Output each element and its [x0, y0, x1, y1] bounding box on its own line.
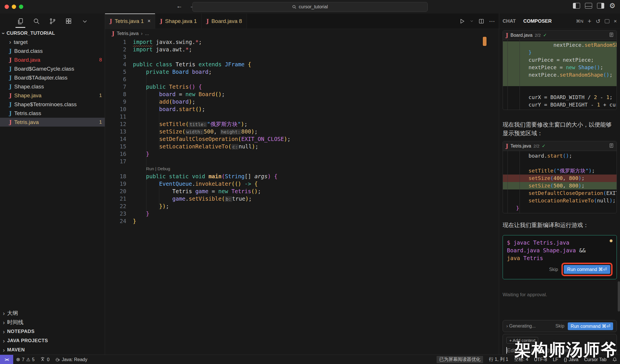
- editor-code-line[interactable]: 22 });: [105, 202, 499, 210]
- editor-code-line[interactable]: 9 add(board);: [105, 98, 499, 105]
- editor-code-line[interactable]: 14 setDefaultCloseOperation(EXIT_ON_CLOS…: [105, 135, 499, 143]
- code-token: ;: [609, 72, 613, 78]
- editor-code-line[interactable]: 12 setTitle(title:"俄罗斯方块");: [105, 120, 499, 128]
- scrollbar-thumb[interactable]: [618, 281, 620, 311]
- split-editor-icon[interactable]: [478, 18, 485, 24]
- toggle-secondary-sidebar-icon[interactable]: [597, 3, 604, 9]
- tree-item[interactable]: JBoard.class: [0, 47, 105, 55]
- editor-code-line[interactable]: 18 public static void main(String[] args…: [105, 173, 499, 180]
- editor-code-line[interactable]: 24}: [105, 217, 499, 225]
- gear-icon[interactable]: ⚙: [609, 3, 615, 8]
- search-icon[interactable]: [32, 17, 40, 25]
- minimize-window-button[interactable]: [12, 5, 16, 9]
- tree-item[interactable]: JShape$Tetrominoes.class: [0, 100, 105, 109]
- screen-reader-status[interactable]: 已为屏幕阅读器优化: [434, 355, 486, 364]
- extensions-icon[interactable]: [65, 17, 73, 25]
- chevron-down-icon[interactable]: [81, 17, 89, 25]
- diff-context-line: }: [503, 204, 617, 212]
- tree-item[interactable]: JShape.java1: [0, 91, 105, 100]
- add-context-button[interactable]: + Add context: [506, 337, 538, 344]
- editor-code-line[interactable]: 6: [105, 75, 499, 83]
- line-number: 17: [105, 158, 126, 165]
- tab-chat[interactable]: CHAT: [503, 18, 516, 24]
- run-command-button[interactable]: Run command ⌘⏎: [568, 322, 613, 330]
- encoding-status[interactable]: UTF-8: [531, 355, 550, 364]
- editor-code-line[interactable]: 16 }: [105, 150, 499, 158]
- sidebar-section-java-projects[interactable]: ›JAVA PROJECTS: [0, 336, 105, 345]
- editor-tab-tetris-java[interactable]: JTetris.java 1×: [105, 13, 155, 29]
- sidebar-section-notepads[interactable]: ›NOTEPADS: [0, 327, 105, 336]
- run-command-button[interactable]: Run command ⌘⏎: [564, 265, 610, 274]
- tree-item[interactable]: JShape.class: [0, 82, 105, 91]
- code-token: ;: [609, 94, 613, 100]
- editor-code-line[interactable]: 5 private Board board;: [105, 68, 499, 75]
- tree-item[interactable]: JBoard$GameCycle.class: [0, 64, 105, 73]
- editor-code-line[interactable]: 4public class Tetris extends JFrame {: [105, 61, 499, 68]
- remote-indicator[interactable]: ><: [0, 355, 13, 364]
- tree-item[interactable]: JBoard$TAdapter.class: [0, 73, 105, 82]
- breadcrumb[interactable]: J Tetris.java › ...: [112, 29, 149, 38]
- sidebar-section-pane[interactable]: ›大纲: [0, 309, 105, 318]
- indentation-status[interactable]: 空格: 4: [511, 355, 531, 364]
- editor-code-line[interactable]: 19 EventQueue.invokeLater(() -> {: [105, 180, 499, 187]
- cursor-position-status[interactable]: 行 1, 列 1: [486, 355, 511, 364]
- editor-tab-shape-java[interactable]: JShape.java 1: [155, 13, 202, 29]
- editor-tab-board-java[interactable]: JBoard.java 8: [202, 13, 247, 29]
- eol-status[interactable]: LF: [550, 355, 561, 364]
- cursor-tab-status[interactable]: Cursor Tab: [581, 355, 609, 364]
- run-file-icon[interactable]: [459, 18, 465, 24]
- tree-item[interactable]: JBoard.java8: [0, 55, 105, 64]
- plus-icon[interactable]: +: [588, 18, 591, 25]
- skip-button[interactable]: Skip: [555, 324, 564, 329]
- diff-card-board[interactable]: J Board.java 2/2 ✓ nextPiece.setRandomSh…: [503, 30, 617, 110]
- explorer-files-icon[interactable]: [16, 17, 24, 25]
- close-icon[interactable]: ×: [614, 18, 617, 24]
- tree-item[interactable]: JTetris.class: [0, 109, 105, 118]
- editor-code-line[interactable]: 8 board = new Board();: [105, 90, 499, 98]
- open-file-icon[interactable]: [609, 143, 614, 149]
- editor-code-line[interactable]: 23 }: [105, 210, 499, 217]
- diff-card-tetris[interactable]: J Tetris.java 2/2 ✓ board.start(); setTi…: [503, 141, 617, 213]
- generating-label[interactable]: › Generating...: [506, 324, 552, 329]
- close-tab-icon[interactable]: ×: [148, 18, 151, 24]
- more-actions-icon[interactable]: ⋯: [489, 18, 495, 25]
- history-icon[interactable]: ↺: [596, 18, 600, 25]
- toggle-panel-icon[interactable]: [585, 3, 592, 9]
- problems-status[interactable]: ⊗ 7 ⚠︎ 5: [13, 355, 37, 364]
- editor-code-line[interactable]: 20 Tetris game = new Tetris();: [105, 187, 499, 195]
- editor-code-line[interactable]: 17: [105, 158, 499, 165]
- command-center-search[interactable]: cursor_tutorial: [192, 2, 428, 12]
- code-editor[interactable]: 1import javax.swing.*;2import java.awt.*…: [105, 38, 499, 355]
- tree-item[interactable]: ›target: [0, 38, 105, 47]
- run-dropdown-icon[interactable]: [470, 19, 474, 23]
- editor-code-line[interactable]: 15 setLocationRelativeTo(c:null);: [105, 143, 499, 150]
- back-arrow-icon[interactable]: ←: [175, 3, 184, 9]
- new-chat-hotkey[interactable]: ⌘N: [576, 19, 583, 24]
- notifications-bell-icon[interactable]: [609, 355, 620, 364]
- java-status[interactable]: Java: Ready: [52, 355, 90, 364]
- ports-status[interactable]: 0: [37, 355, 52, 364]
- open-file-icon[interactable]: [609, 32, 614, 38]
- tree-item[interactable]: JTetris.java1: [0, 118, 105, 127]
- skip-button[interactable]: Skip: [549, 267, 558, 272]
- editor-code-line[interactable]: 11: [105, 113, 499, 120]
- editor-code-line[interactable]: 1import javax.swing.*;: [105, 38, 499, 46]
- editor-code-line[interactable]: 13 setSize(width:500, height:800);: [105, 128, 499, 135]
- editor-code-line[interactable]: 7 public Tetris() {: [105, 83, 499, 90]
- sidebar-section-pane[interactable]: ›时间线: [0, 318, 105, 327]
- editor-code-line[interactable]: 10 board.start();: [105, 105, 499, 113]
- codelens-run-debug[interactable]: Run | Debug: [105, 165, 170, 173]
- tree-root[interactable]: › CURSOR_TUTORIAL: [0, 29, 105, 38]
- close-window-button[interactable]: [5, 5, 9, 9]
- maximize-window-button[interactable]: [19, 5, 23, 9]
- tab-composer[interactable]: COMPOSER: [523, 18, 552, 24]
- editor-code-line[interactable]: 21 game.setVisible(b:true);: [105, 195, 499, 202]
- language-status[interactable]: {}Java: [561, 355, 581, 364]
- codelens-row[interactable]: Run | Debug: [105, 165, 499, 173]
- source-control-icon[interactable]: [49, 17, 57, 25]
- editor-code-line[interactable]: 2import java.awt.*;: [105, 46, 499, 53]
- sidebar-section-maven[interactable]: ›MAVEN: [0, 345, 105, 355]
- expand-icon[interactable]: [605, 19, 609, 23]
- toggle-primary-sidebar-icon[interactable]: [573, 3, 580, 9]
- editor-code-line[interactable]: 3: [105, 53, 499, 61]
